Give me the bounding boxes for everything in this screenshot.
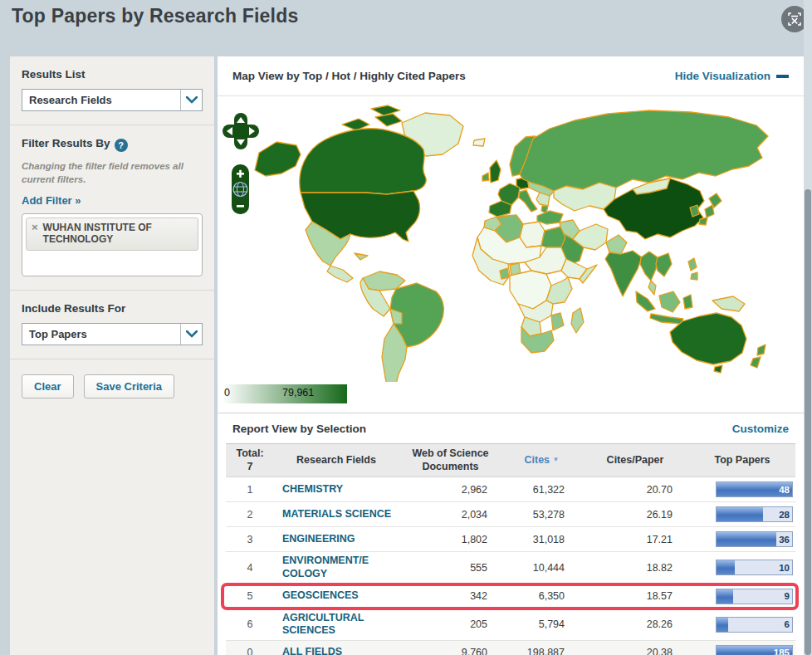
legend-min: 0 [224, 387, 230, 398]
top-papers-bar-cell: 28 [689, 506, 795, 522]
bar-fill [717, 589, 733, 604]
top-papers-value: 6 [785, 618, 790, 632]
top-papers-value: 28 [779, 507, 790, 521]
top-papers-value: 36 [779, 532, 790, 546]
bar-fill [717, 618, 728, 632]
field-link[interactable]: AGRICULTURAL SCIENCES [274, 609, 399, 640]
cites-per-paper-value: 26.19 [581, 509, 689, 521]
row-rank: 0 [226, 647, 274, 655]
filter-results-section: Filter Results By? Changing the filter f… [10, 125, 214, 291]
filter-tag-label: WUHAN INSTITUTE OF TECHNOLOGY [43, 222, 191, 246]
table-row: 1CHEMISTRY2,96261,32220.7048 [226, 477, 795, 502]
hide-visualization-link[interactable]: Hide Visualization [675, 70, 789, 82]
field-link[interactable]: GEOSCIENCES [274, 587, 399, 605]
top-papers-bar-cell: 6 [689, 617, 795, 633]
field-link[interactable]: MATERIALS SCIENCE [274, 506, 399, 524]
top-papers-value: 48 [779, 482, 790, 496]
cites-per-paper-value: 28.26 [581, 618, 689, 630]
col-research-fields[interactable]: Research Fields [274, 451, 399, 471]
field-link[interactable]: CHEMISTRY [274, 481, 399, 499]
table-row: 2MATERIALS SCIENCE2,03453,27826.1928 [226, 502, 795, 527]
filter-tag[interactable]: × WUHAN INSTITUTE OF TECHNOLOGY [26, 218, 198, 251]
filter-results-heading: Filter Results By [22, 137, 110, 149]
chevron-down-icon [180, 90, 202, 110]
globe-icon [233, 183, 247, 197]
active-filters-box: × WUHAN INSTITUTE OF TECHNOLOGY [22, 213, 203, 276]
cites-value: 31,018 [502, 534, 581, 545]
map-zoom-control[interactable] [232, 164, 249, 214]
table-row: 4ENVIRONMENT/E COLOGY55510,44418.8210 [226, 552, 795, 584]
clear-button[interactable]: Clear [22, 374, 74, 398]
field-link[interactable]: ENVIRONMENT/E COLOGY [274, 552, 399, 583]
collapse-icon [776, 75, 789, 78]
cites-per-paper-value: 18.82 [581, 562, 689, 574]
cites-per-paper-value: 20.38 [581, 647, 689, 655]
map-header: Map View by Top / Hot / Highly Cited Pap… [218, 56, 804, 96]
filter-sidebar: Results List Research Fields Filter Resu… [10, 56, 214, 655]
remove-filter-icon[interactable]: × [32, 222, 38, 246]
field-link[interactable]: ENGINEERING [274, 530, 399, 549]
col-wos-documents[interactable]: Web of Science Documents [399, 444, 502, 477]
report-title: Report View by Selection [232, 423, 366, 435]
row-rank: 3 [226, 534, 274, 545]
map-legend: 0 79,961 [223, 384, 347, 403]
map-pan-control[interactable] [223, 113, 259, 149]
table-row: 3ENGINEERING1,80231,01817.2136 [226, 527, 795, 552]
include-results-heading: Include Results For [22, 302, 203, 315]
row-rank: 5 [226, 590, 274, 602]
top-papers-value: 10 [779, 560, 790, 574]
results-list-dropdown[interactable]: Research Fields [22, 89, 203, 111]
top-papers-bar[interactable]: 48 [716, 481, 793, 497]
row-rank: 1 [226, 484, 274, 496]
map-title: Map View by Top / Hot / Highly Cited Pap… [232, 70, 466, 82]
wos-documents-value: 2,962 [399, 484, 502, 496]
main-panel: Map View by Top / Hot / Highly Cited Pap… [218, 56, 804, 655]
top-papers-bar-cell: 48 [689, 481, 795, 497]
page-scrollbar[interactable] [804, 0, 812, 655]
field-link[interactable]: ALL FIELDS [274, 643, 399, 655]
report-section: Report View by Selection Customize Total… [218, 413, 804, 655]
scrollbar-thumb[interactable] [805, 189, 811, 655]
help-icon[interactable]: ? [115, 139, 128, 152]
cites-value: 53,278 [502, 509, 581, 521]
top-papers-value: 9 [785, 589, 790, 604]
add-filter-link[interactable]: Add Filter » [22, 194, 81, 207]
bar-fill [717, 560, 735, 574]
col-cites-sorted[interactable]: Cites ▼ [502, 451, 581, 471]
world-map[interactable] [218, 100, 799, 382]
top-papers-bar[interactable]: 10 [716, 560, 793, 575]
cites-value: 198,887 [502, 647, 581, 655]
legend-max: 79,961 [282, 387, 314, 398]
top-papers-bar[interactable]: 6 [716, 617, 793, 633]
sort-desc-icon: ▼ [553, 456, 560, 463]
col-total: Total: 7 [226, 444, 274, 477]
cites-per-paper-value: 20.70 [581, 484, 689, 496]
top-papers-bar[interactable]: 185 [716, 645, 793, 655]
cites-value: 10,444 [502, 562, 581, 574]
top-papers-bar-cell: 10 [689, 560, 795, 575]
col-top-papers[interactable]: Top Papers [689, 451, 795, 471]
customize-link[interactable]: Customize [732, 423, 789, 435]
wos-documents-value: 1,802 [399, 534, 502, 545]
table-row: 0ALL FIELDS9,760198,88720.38185 [226, 641, 795, 655]
results-list-selected: Research Fields [22, 94, 180, 106]
cites-value: 5,794 [502, 618, 581, 630]
top-papers-bar[interactable]: 36 [716, 531, 793, 547]
top-papers-bar[interactable]: 9 [716, 589, 793, 604]
cites-per-paper-value: 18.57 [581, 590, 689, 602]
col-cites-paper[interactable]: Cites/Paper [581, 451, 689, 471]
row-rank: 2 [226, 509, 274, 521]
top-papers-bar[interactable]: 28 [716, 506, 793, 522]
top-papers-bar-cell: 185 [689, 645, 795, 655]
cites-value: 6,350 [502, 590, 581, 602]
page-title: Top Papers by Research Fields [12, 5, 298, 27]
include-results-section: Include Results For Top Papers [10, 291, 214, 359]
include-results-dropdown[interactable]: Top Papers [22, 323, 203, 345]
top-papers-value: 185 [774, 646, 790, 655]
cites-value: 61,322 [502, 484, 581, 496]
results-list-section: Results List Research Fields [10, 56, 214, 125]
wos-documents-value: 205 [399, 618, 502, 630]
world-map-svg [218, 100, 799, 382]
save-criteria-button[interactable]: Save Criteria [84, 374, 175, 398]
table-row: 5GEOSCIENCES3426,35018.579 [226, 584, 795, 609]
